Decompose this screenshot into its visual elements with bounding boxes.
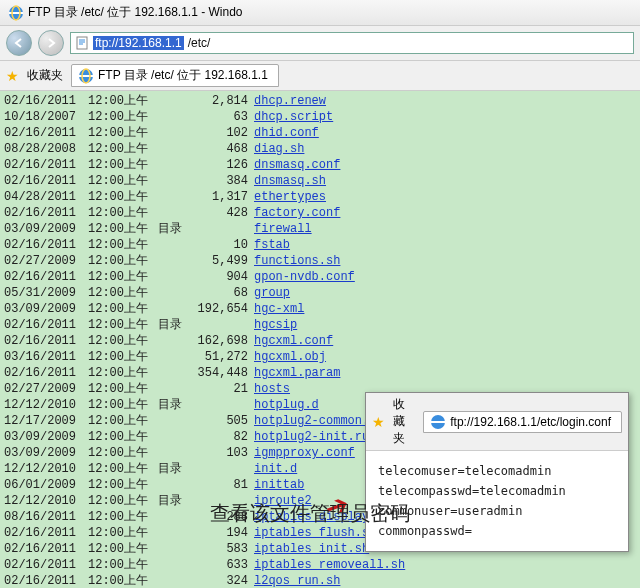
- file-link[interactable]: iptables_removeall.sh: [254, 557, 405, 573]
- address-input[interactable]: ftp://192.168.1.1/etc/: [70, 32, 634, 54]
- file-link[interactable]: inittab: [254, 477, 304, 493]
- col-time: 12:00上午: [88, 301, 158, 317]
- col-time: 12:00上午: [88, 317, 158, 333]
- col-time: 12:00上午: [88, 445, 158, 461]
- col-kind: 目录: [158, 461, 192, 477]
- col-time: 12:00上午: [88, 365, 158, 381]
- col-time: 12:00上午: [88, 109, 158, 125]
- popup-tab[interactable]: ftp://192.168.1.1/etc/login.conf: [423, 411, 622, 433]
- col-date: 02/16/2011: [0, 573, 88, 588]
- col-time: 12:00上午: [88, 253, 158, 269]
- col-date: 02/16/2011: [0, 93, 88, 109]
- file-link[interactable]: iptables_flush.sh: [254, 525, 376, 541]
- listing-row: 10/18/200712:00上午63dhcp.script: [0, 109, 640, 125]
- col-time: 12:00上午: [88, 525, 158, 541]
- file-link[interactable]: fstab: [254, 237, 290, 253]
- favorites-label[interactable]: 收藏夹: [27, 67, 63, 84]
- col-date: 10/18/2007: [0, 109, 88, 125]
- listing-row: 08/28/200812:00上午468diag.sh: [0, 141, 640, 157]
- col-date: 02/16/2011: [0, 269, 88, 285]
- col-size: 63: [192, 109, 254, 125]
- file-link[interactable]: hgc-xml: [254, 301, 304, 317]
- file-link[interactable]: dhid.conf: [254, 125, 319, 141]
- file-link[interactable]: dhcp.script: [254, 109, 333, 125]
- col-size: 103: [192, 445, 254, 461]
- page-icon: [75, 36, 89, 50]
- col-size: 428: [192, 205, 254, 221]
- address-host: ftp://192.168.1.1: [93, 36, 184, 50]
- file-link[interactable]: dnsmasq.conf: [254, 157, 340, 173]
- col-date: 12/12/2010: [0, 493, 88, 509]
- listing-row: 02/16/201112:00上午354,448hgcxml.param: [0, 365, 640, 381]
- file-link[interactable]: factory.conf: [254, 205, 340, 221]
- dir-link[interactable]: hgcsip: [254, 317, 297, 333]
- file-link[interactable]: dnsmasq.sh: [254, 173, 326, 189]
- dir-link[interactable]: firewall: [254, 221, 312, 237]
- col-kind: [158, 301, 192, 317]
- favorites-label[interactable]: 收藏夹: [393, 396, 415, 447]
- file-link[interactable]: gpon-nvdb.conf: [254, 269, 355, 285]
- col-time: 12:00上午: [88, 557, 158, 573]
- listing-row: 02/16/201112:00上午126dnsmasq.conf: [0, 157, 640, 173]
- col-date: 02/16/2011: [0, 365, 88, 381]
- col-size: 904: [192, 269, 254, 285]
- col-date: 03/16/2011: [0, 349, 88, 365]
- forward-button[interactable]: [38, 30, 64, 56]
- col-size: 10: [192, 237, 254, 253]
- col-time: 12:00上午: [88, 397, 158, 413]
- star-icon[interactable]: ★: [6, 68, 19, 84]
- file-link[interactable]: igmpproxy.conf: [254, 445, 355, 461]
- col-time: 12:00上午: [88, 205, 158, 221]
- col-kind: [158, 509, 192, 525]
- col-kind: [158, 445, 192, 461]
- file-link[interactable]: iptables_init.sh: [254, 541, 369, 557]
- col-date: 02/16/2011: [0, 541, 88, 557]
- col-kind: [158, 477, 192, 493]
- col-time: 12:00上午: [88, 429, 158, 445]
- col-size: 82: [192, 429, 254, 445]
- dir-link[interactable]: hotplug.d: [254, 397, 319, 413]
- svg-rect-2: [77, 37, 87, 49]
- col-kind: [158, 93, 192, 109]
- col-kind: [158, 365, 192, 381]
- col-time: 12:00上午: [88, 349, 158, 365]
- file-link[interactable]: dhcp.renew: [254, 93, 326, 109]
- col-size: 384: [192, 173, 254, 189]
- col-date: 12/12/2010: [0, 461, 88, 477]
- file-link[interactable]: ethertypes: [254, 189, 326, 205]
- col-size: 68: [192, 285, 254, 301]
- col-size: [192, 221, 254, 237]
- back-button[interactable]: [6, 30, 32, 56]
- col-kind: [158, 525, 192, 541]
- col-time: 12:00上午: [88, 269, 158, 285]
- col-time: 12:00上午: [88, 221, 158, 237]
- col-date: 02/16/2011: [0, 333, 88, 349]
- col-kind: [158, 205, 192, 221]
- col-kind: [158, 109, 192, 125]
- file-link[interactable]: functions.sh: [254, 253, 340, 269]
- col-size: 324: [192, 573, 254, 588]
- file-link[interactable]: hosts: [254, 381, 290, 397]
- col-kind: [158, 189, 192, 205]
- file-link[interactable]: hgcxml.obj: [254, 349, 326, 365]
- ie-icon: [8, 5, 24, 21]
- col-date: 06/01/2009: [0, 477, 88, 493]
- col-time: 12:00上午: [88, 509, 158, 525]
- dir-link[interactable]: init.d: [254, 461, 297, 477]
- file-link[interactable]: hgcxml.param: [254, 365, 340, 381]
- col-size: 21: [192, 381, 254, 397]
- star-icon[interactable]: ★: [372, 414, 385, 430]
- file-link[interactable]: hgcxml.conf: [254, 333, 333, 349]
- col-size: 2,814: [192, 93, 254, 109]
- col-time: 12:00上午: [88, 541, 158, 557]
- col-date: 02/16/2011: [0, 557, 88, 573]
- listing-row: 02/16/201112:00上午428factory.conf: [0, 205, 640, 221]
- file-link[interactable]: diag.sh: [254, 141, 304, 157]
- file-link[interactable]: l2qos_run.sh: [254, 573, 340, 588]
- file-link[interactable]: group: [254, 285, 290, 301]
- col-date: 02/27/2009: [0, 253, 88, 269]
- tab-ftp[interactable]: FTP 目录 /etc/ 位于 192.168.1.1: [71, 64, 279, 87]
- col-date: 02/16/2011: [0, 525, 88, 541]
- listing-row: 02/16/201112:00上午2,814dhcp.renew: [0, 93, 640, 109]
- listing-row: 02/16/201112:00上午162,698hgcxml.conf: [0, 333, 640, 349]
